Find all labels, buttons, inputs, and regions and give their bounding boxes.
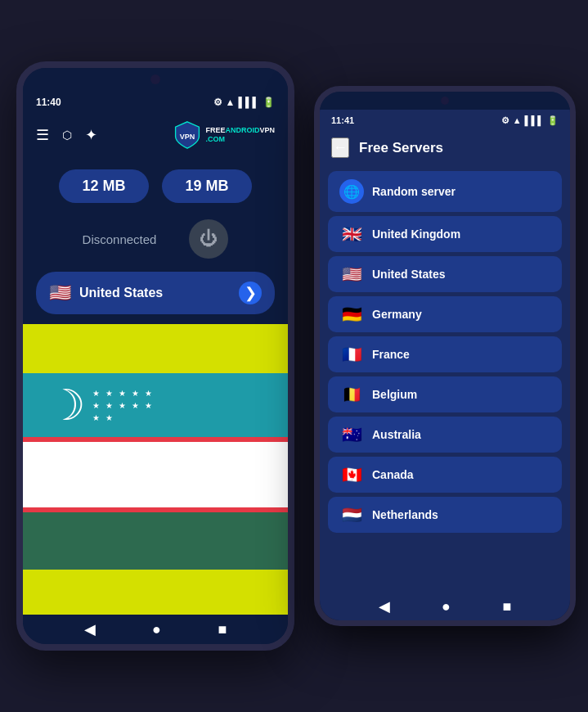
server-item-random[interactable]: 🌐 Random server	[328, 171, 562, 212]
data-left-value: 12 MB	[82, 178, 125, 194]
server-item-uk[interactable]: 🇬🇧 United Kingdom	[328, 216, 562, 252]
server-item-us[interactable]: 🇺🇸 United States	[328, 256, 562, 292]
server-item-be[interactable]: 🇧🇪 Belgium	[328, 376, 562, 412]
logo-text: FREEANDROIDVPN .COM	[205, 126, 275, 144]
flag-stripe-white	[23, 442, 288, 507]
phone1-notch	[23, 68, 288, 91]
phone2-status-icons: ⚙ ▲ ▌▌▌ 🔋	[501, 115, 559, 126]
recent-icon: ■	[218, 621, 227, 638]
phone1-time: 11:40	[36, 97, 61, 108]
camera-cutout	[150, 74, 160, 84]
phone2-titlebar: ← Free Servers	[320, 131, 570, 164]
free-servers-title: Free Servers	[359, 140, 443, 156]
menu-button[interactable]: ☰	[36, 126, 49, 144]
server-name-nl: Netherlands	[372, 508, 438, 521]
server-name-uk: United Kingdom	[372, 228, 460, 241]
country-flag: 🇺🇸	[49, 282, 71, 304]
flag-stripe-top-yellow	[23, 324, 288, 373]
svg-text:VPN: VPN	[180, 133, 195, 141]
phone2-settings-icon: ⚙	[501, 115, 509, 126]
star3: ★	[119, 389, 128, 398]
phone1-navbar: ◀ ● ■	[23, 615, 288, 644]
star9: ★	[132, 401, 141, 410]
phone2-signal-icon: ▌▌▌	[525, 115, 544, 125]
server-item-de[interactable]: 🇩🇪 Germany	[328, 296, 562, 332]
server-name-ca: Canada	[372, 468, 414, 481]
phone2: 11:41 ⚙ ▲ ▌▌▌ 🔋 ← Free Servers 🌐 Random …	[314, 86, 576, 626]
flag-stripe-teal: ☽ ★ ★ ★ ★ ★ ★ ★ ★ ★ ★ ★ ★	[23, 373, 288, 437]
phone2-back-icon: ◀	[379, 597, 390, 615]
back-button[interactable]: ←	[331, 137, 349, 158]
header-logo: VPN FREEANDROIDVPN .COM	[173, 120, 275, 150]
server-item-fr[interactable]: 🇫🇷 France	[328, 336, 562, 372]
data-left-btn[interactable]: 12 MB	[59, 169, 149, 203]
data-right-value: 19 MB	[185, 178, 228, 194]
flag-be: 🇧🇪	[339, 385, 364, 404]
server-name-de: Germany	[372, 308, 422, 321]
flag-fr: 🇫🇷	[339, 345, 364, 364]
shield-svg: VPN	[173, 120, 202, 150]
battery-icon: 🔋	[263, 97, 275, 108]
back-arrow-icon: ←	[333, 139, 348, 155]
flag-banner: ☽ ★ ★ ★ ★ ★ ★ ★ ★ ★ ★ ★ ★	[23, 324, 288, 615]
camera2-cutout	[441, 97, 449, 105]
flag-au: 🇦🇺	[339, 425, 364, 444]
phone2-battery-icon: 🔋	[547, 115, 559, 126]
star1: ★	[92, 389, 102, 398]
star-icon: ✦	[85, 126, 97, 144]
phone1-header: ☰ ⬡ ✦ VPN FREEANDROIDVPN .COM	[23, 114, 288, 156]
phone1-back-button[interactable]: ◀	[84, 620, 96, 638]
star10: ★	[145, 401, 155, 410]
star4: ★	[132, 389, 141, 398]
server-item-au[interactable]: 🇦🇺 Australia	[328, 417, 562, 453]
server-list: 🌐 Random server 🇬🇧 United Kingdom 🇺🇸 Uni…	[320, 164, 570, 593]
server-name-random: Random server	[372, 185, 456, 198]
signal-icon: ▌▌▌	[238, 97, 259, 108]
star6: ★	[92, 401, 102, 410]
power-button[interactable]: ⏻	[189, 219, 228, 259]
country-selector[interactable]: 🇺🇸 United States ❯	[36, 272, 275, 314]
flag-de: 🇩🇪	[339, 304, 364, 324]
phone2-back-button[interactable]: ◀	[379, 597, 390, 615]
flag-stars-grid: ★ ★ ★ ★ ★ ★ ★ ★ ★ ★ ★ ★	[92, 389, 155, 422]
star7: ★	[105, 401, 115, 410]
phone2-wifi-icon: ▲	[513, 115, 522, 125]
star2: ★	[105, 389, 115, 398]
header-icons: ☰ ⬡ ✦	[36, 126, 97, 144]
wifi-icon: ▲	[226, 97, 236, 108]
globe-icon: 🌐	[339, 179, 364, 204]
phone1-home-button[interactable]: ●	[152, 621, 161, 638]
star5: ★	[145, 389, 155, 398]
share-icon: ⬡	[62, 128, 72, 142]
server-name-fr: France	[372, 348, 410, 361]
favorite-button[interactable]: ✦	[85, 126, 97, 144]
star8: ★	[119, 401, 128, 410]
flag-stripe-bottom-yellow	[23, 570, 288, 615]
phone2-notch	[320, 92, 570, 110]
phone2-recent-button[interactable]: ■	[502, 598, 511, 615]
power-icon: ⏻	[200, 228, 218, 250]
server-name-us: United States	[372, 268, 445, 281]
phone2-time: 11:41	[331, 115, 354, 125]
server-item-ca[interactable]: 🇨🇦 Canada	[328, 457, 562, 493]
phone2-navbar: ◀ ● ■	[320, 593, 570, 620]
flag-uk: 🇬🇧	[339, 224, 364, 244]
server-item-nl[interactable]: 🇳🇱 Netherlands	[328, 497, 562, 533]
settings-icon: ⚙	[213, 97, 222, 108]
server-name-be: Belgium	[372, 388, 417, 401]
data-right-btn[interactable]: 19 MB	[162, 169, 252, 203]
flag-stripe-green	[23, 512, 288, 570]
phone1-recent-button[interactable]: ■	[218, 621, 227, 638]
phone1-statusbar: 11:40 ⚙ ▲ ▌▌▌ 🔋	[23, 91, 288, 114]
chevron-icon: ❯	[239, 282, 262, 304]
flag-ca: 🇨🇦	[339, 465, 364, 484]
country-name: United States	[79, 286, 231, 300]
phone2-recent-icon: ■	[502, 598, 511, 615]
phone2-home-button[interactable]: ●	[442, 598, 451, 615]
back-icon: ◀	[84, 620, 96, 638]
flag-nl: 🇳🇱	[339, 505, 364, 525]
star12: ★	[105, 413, 115, 422]
phone1: 11:40 ⚙ ▲ ▌▌▌ 🔋 ☰ ⬡ ✦ VPN FR	[16, 61, 294, 651]
flag-us: 🇺🇸	[339, 264, 364, 284]
share-button[interactable]: ⬡	[62, 128, 72, 142]
